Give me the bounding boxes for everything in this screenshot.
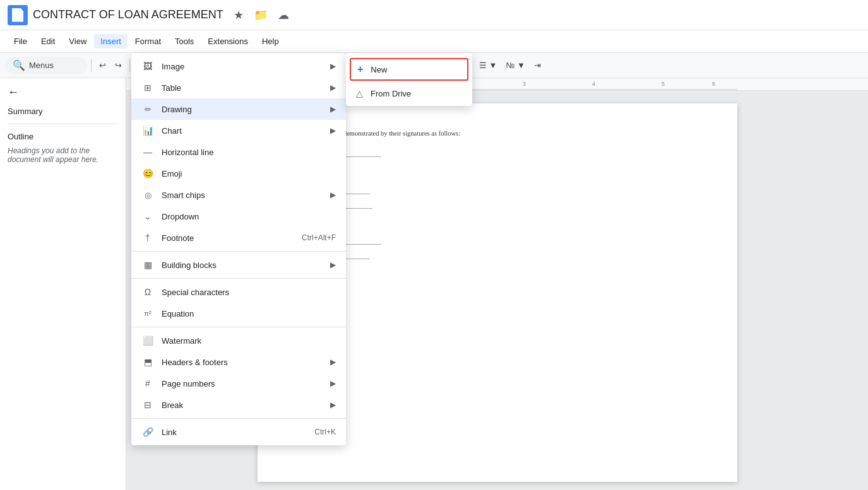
cloud-icon[interactable]: ☁ <box>275 6 292 25</box>
insert-building-blocks[interactable]: ▦ Building blocks ▶ <box>131 254 346 276</box>
menu-tools[interactable]: Tools <box>169 34 200 49</box>
from-drive-label: From Drive <box>371 89 411 98</box>
drive-icon: △ <box>356 88 363 98</box>
break-icon: ⊟ <box>141 399 154 411</box>
search-input-label: Menus <box>29 61 54 70</box>
redo-button[interactable]: ↪ <box>111 58 126 73</box>
insert-equation[interactable]: π² Equation <box>131 303 346 324</box>
menu-view[interactable]: View <box>62 34 93 49</box>
doc-by-1: y: <box>295 187 699 194</box>
insert-break[interactable]: ⊟ Break ▶ <box>131 394 346 416</box>
sidebar: ← Summary Outline Headings you add to th… <box>0 78 126 490</box>
link-menu-icon: 🔗 <box>141 426 154 438</box>
menu-divider-3 <box>131 327 346 327</box>
menu-bar: File Edit View Insert Format Tools Exten… <box>0 30 868 53</box>
image-menu-label: Image <box>162 62 184 71</box>
menu-insert[interactable]: Insert <box>94 34 128 49</box>
smart-chips-arrow: ▶ <box>330 190 336 199</box>
insert-chart[interactable]: 📊 Chart ▶ <box>131 120 346 141</box>
footnote-shortcut: Ctrl+Alt+F <box>302 233 336 242</box>
emoji-menu-label: Emoji <box>162 169 182 178</box>
main-area: ← Summary Outline Headings you add to th… <box>0 78 868 490</box>
search-icon: 🔍 <box>13 59 25 71</box>
image-arrow: ▶ <box>330 62 336 71</box>
headers-footers-icon: ⬒ <box>141 356 154 368</box>
dropdown-menu-icon: ⌄ <box>141 210 154 223</box>
insert-emoji[interactable]: 😊 Emoji <box>131 163 346 184</box>
menu-divider-4 <box>131 418 346 419</box>
hline-menu-icon: — <box>141 146 154 158</box>
drawing-menu-label: Drawing <box>162 105 192 114</box>
menu-divider-2 <box>131 278 346 279</box>
doc-signed-2: igned: <box>295 238 699 245</box>
special-chars-icon: Ω <box>141 286 154 298</box>
headers-footers-label: Headers & footers <box>162 358 228 367</box>
svg-text:4: 4 <box>592 81 595 87</box>
dropdown-menu-label: Dropdown <box>162 212 199 221</box>
insert-page-numbers[interactable]: # Page numbers ▶ <box>131 373 346 394</box>
doc-line-1: set forth above as demonstrated by their… <box>295 129 699 139</box>
sep1 <box>91 59 92 72</box>
drawing-from-drive[interactable]: △ From Drive <box>346 83 472 103</box>
smart-chips-menu-label: Smart chips <box>162 190 205 200</box>
doc-title: CONTRACT OF LOAN AGREEMENT <box>33 8 223 21</box>
undo-button[interactable]: ↩ <box>95 58 110 73</box>
insert-table[interactable]: ⊞ Table ▶ <box>131 77 346 98</box>
insert-horizontal-line[interactable]: — Horizontal line <box>131 141 346 163</box>
menu-format[interactable]: Format <box>129 34 167 49</box>
building-blocks-label: Building blocks <box>162 260 217 270</box>
menu-edit[interactable]: Edit <box>35 34 61 49</box>
new-drawing-label: New <box>371 65 387 74</box>
headers-footers-arrow: ▶ <box>330 358 336 366</box>
link-shortcut: Ctrl+K <box>314 428 336 436</box>
page-numbers-arrow: ▶ <box>330 379 336 388</box>
doc-by-2: y: <box>295 252 699 259</box>
menu-divider-1 <box>131 251 346 252</box>
insert-smart-chips[interactable]: ◎ Smart chips ▶ <box>131 184 346 206</box>
folder-icon[interactable]: 📁 <box>251 6 270 25</box>
svg-text:5: 5 <box>662 81 665 87</box>
footnote-menu-label: Footnote <box>162 233 194 243</box>
smart-chips-menu-icon: ◎ <box>141 189 154 201</box>
star-icon[interactable]: ★ <box>231 6 246 25</box>
table-arrow: ▶ <box>330 83 336 92</box>
svg-text:6: 6 <box>712 81 715 87</box>
bullet-list-button[interactable]: ☰ ▼ <box>475 58 501 73</box>
insert-drawing[interactable]: ✏ Drawing ▶ <box>131 98 346 120</box>
back-icon: ← <box>8 86 19 99</box>
insert-dropdown[interactable]: ⌄ Dropdown <box>131 206 346 227</box>
menu-file[interactable]: File <box>8 34 33 49</box>
emoji-menu-icon: 😊 <box>141 167 154 180</box>
building-blocks-arrow: ▶ <box>330 260 336 269</box>
special-chars-label: Special characters <box>162 288 229 297</box>
svg-text:3: 3 <box>523 81 526 87</box>
doc-borrower-label: "BORROWER" <box>295 216 699 226</box>
building-blocks-icon: ▦ <box>141 259 154 271</box>
drawing-menu-icon: ✏ <box>141 103 154 115</box>
app-icon <box>8 5 28 25</box>
page-numbers-icon: # <box>141 377 154 390</box>
drawing-new-item[interactable]: + New <box>350 58 468 81</box>
menu-help[interactable]: Help <box>256 34 285 49</box>
sidebar-back-button[interactable]: ← <box>8 86 118 99</box>
menu-search[interactable]: 🔍 Menus <box>5 57 87 74</box>
break-arrow: ▶ <box>330 400 336 409</box>
numbered-list-button[interactable]: № ▼ <box>502 58 528 73</box>
insert-image[interactable]: 🖼 Image ▶ <box>131 55 346 77</box>
table-menu-label: Table <box>162 83 181 93</box>
insert-footnote[interactable]: † Footnote Ctrl+Alt+F <box>131 227 346 248</box>
page-numbers-label: Page numbers <box>162 379 215 388</box>
doc-date-1: Date: <box>295 202 699 209</box>
new-plus-icon: + <box>357 64 363 75</box>
chart-arrow: ▶ <box>330 126 336 135</box>
menu-extensions[interactable]: Extensions <box>201 34 254 49</box>
footnote-menu-icon: † <box>141 231 154 244</box>
insert-special-chars[interactable]: Ω Special characters <box>131 281 346 303</box>
insert-headers-footers[interactable]: ⬒ Headers & footers ▶ <box>131 351 346 373</box>
chart-menu-label: Chart <box>162 126 182 136</box>
indent-button[interactable]: ⇥ <box>530 58 545 73</box>
summary-label: Summary <box>8 107 118 116</box>
sep2 <box>129 59 130 72</box>
insert-link[interactable]: 🔗 Link Ctrl+K <box>131 421 346 443</box>
insert-watermark[interactable]: ⬜ Watermark <box>131 330 346 351</box>
